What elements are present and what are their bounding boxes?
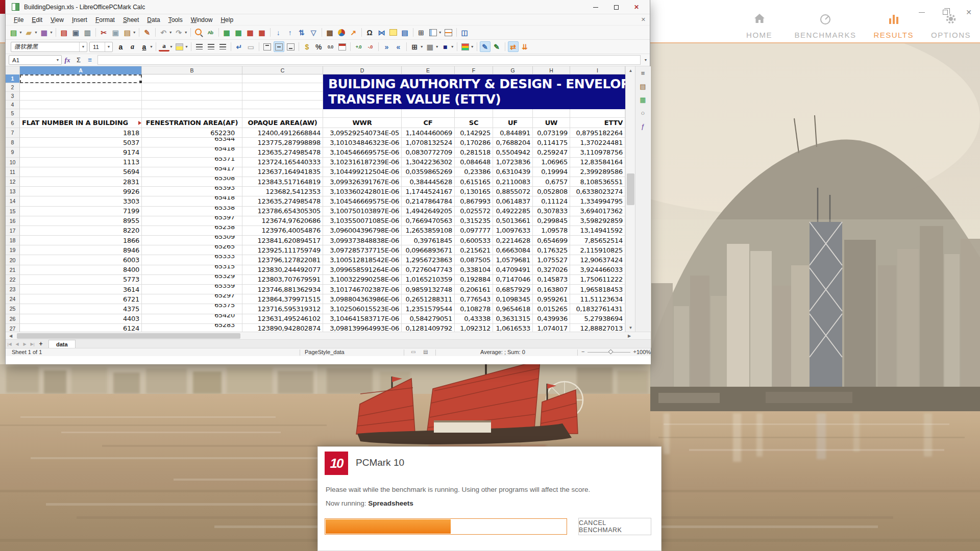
add-decimal-icon[interactable]: +.0 bbox=[353, 41, 364, 52]
column-header-E[interactable]: E bbox=[402, 66, 455, 74]
cell[interactable]: 6003 bbox=[20, 255, 142, 265]
cell[interactable]: 123976,40054876 bbox=[242, 226, 323, 236]
delete-row-icon[interactable]: ▦ bbox=[245, 27, 256, 38]
cell[interactable] bbox=[20, 92, 142, 101]
cell[interactable]: 0,2110083 bbox=[493, 177, 533, 187]
freeze-panes-icon[interactable] bbox=[428, 27, 438, 38]
cut-icon[interactable]: ✂ bbox=[99, 27, 109, 38]
cell[interactable]: 4375 bbox=[20, 304, 142, 314]
row-header-4[interactable]: 4 bbox=[6, 101, 20, 109]
cell[interactable]: 0,39761845 bbox=[402, 236, 455, 245]
cell[interactable]: 0,215621 bbox=[455, 245, 493, 255]
cell[interactable]: 0,327026 bbox=[533, 265, 570, 275]
equals-icon[interactable]: = bbox=[84, 55, 95, 65]
cell[interactable]: 8400 bbox=[20, 265, 142, 275]
cell[interactable]: 0,130165 bbox=[455, 187, 493, 196]
cell[interactable]: 0,615165 bbox=[455, 177, 493, 187]
cell[interactable]: 0,959261 bbox=[533, 294, 570, 304]
cell[interactable]: 0,0359865269 bbox=[402, 167, 455, 177]
increase-indent-icon[interactable]: » bbox=[381, 41, 392, 52]
cell[interactable]: 123724,165440333 bbox=[242, 158, 323, 167]
cell[interactable]: 3,098139964993E-06 bbox=[323, 324, 402, 332]
cell[interactable]: 65338 bbox=[142, 207, 242, 216]
cell[interactable]: 12,88827013 bbox=[570, 324, 625, 332]
add-sheet-icon[interactable]: + bbox=[36, 340, 45, 347]
cell[interactable]: 0,176325 bbox=[533, 245, 570, 255]
cell[interactable]: 0,307833 bbox=[533, 207, 570, 216]
header-cell[interactable]: CF bbox=[402, 118, 455, 128]
chevron-down-icon[interactable]: ▼ bbox=[435, 45, 439, 48]
cell[interactable]: 1,3042236302 bbox=[402, 158, 455, 167]
cell[interactable]: 1866 bbox=[20, 236, 142, 245]
row-header-14[interactable]: 14 bbox=[6, 196, 20, 206]
cell[interactable]: 1,0165210359 bbox=[402, 275, 455, 285]
row-header-9[interactable]: 9 bbox=[6, 147, 20, 157]
cell[interactable]: 0,206161 bbox=[455, 285, 493, 294]
cell[interactable]: 0,844891 bbox=[493, 128, 533, 138]
cell[interactable]: 123637,164941835 bbox=[242, 167, 323, 177]
sort-ascending-icon[interactable]: ↓ bbox=[273, 27, 284, 38]
align-center-icon[interactable] bbox=[206, 41, 216, 52]
cell[interactable]: 3,102316187239E-06 bbox=[323, 158, 402, 167]
cell[interactable]: 1,074017 bbox=[533, 324, 570, 332]
scroll-down-icon[interactable]: ▼ bbox=[626, 323, 635, 332]
header-cell[interactable]: ETTV bbox=[570, 118, 625, 128]
column-header-G[interactable]: G bbox=[493, 66, 533, 74]
cell[interactable]: 123631,495246102 bbox=[242, 314, 323, 324]
header-footer-icon[interactable]: ▤ bbox=[400, 27, 410, 38]
close-document-icon[interactable]: ✕ bbox=[641, 16, 646, 23]
cell[interactable]: 12,90637424 bbox=[570, 255, 625, 265]
menu-insert[interactable]: Insert bbox=[68, 15, 91, 24]
expand-formula-icon[interactable]: ▼ bbox=[642, 58, 650, 62]
cell[interactable]: 0,9859132748 bbox=[402, 285, 455, 294]
document-modified-icon[interactable]: ▤ bbox=[423, 349, 428, 355]
cell[interactable] bbox=[142, 101, 242, 109]
cell[interactable]: 8946 bbox=[20, 245, 142, 255]
chevron-down-icon[interactable]: ▼ bbox=[184, 31, 188, 34]
column-header-A[interactable]: A bbox=[20, 66, 142, 74]
cell[interactable] bbox=[142, 83, 242, 92]
sort-descending-icon[interactable]: ↑ bbox=[285, 27, 296, 38]
cell[interactable]: 0,142925 bbox=[455, 128, 493, 138]
align-right-icon[interactable] bbox=[217, 41, 228, 52]
cell[interactable]: 0,9654618 bbox=[493, 304, 533, 314]
cell[interactable]: 0,087505 bbox=[455, 255, 493, 265]
scroll-left-icon[interactable]: ◀ bbox=[7, 332, 15, 340]
cell[interactable]: 0,1098345 bbox=[493, 294, 533, 304]
menu-data[interactable]: Data bbox=[143, 15, 164, 24]
cell[interactable] bbox=[323, 109, 402, 118]
menu-tools[interactable]: Tools bbox=[164, 15, 187, 24]
cell[interactable]: 3,924466033 bbox=[570, 265, 625, 275]
cell[interactable]: 1,0579681 bbox=[493, 255, 533, 265]
cell[interactable]: 1,965818453 bbox=[570, 285, 625, 294]
cell[interactable]: 0,384445628 bbox=[402, 177, 455, 187]
cell[interactable] bbox=[242, 109, 323, 118]
cell[interactable]: 123796,127822081 bbox=[242, 255, 323, 265]
cell[interactable]: 2,399289586 bbox=[570, 167, 625, 177]
delete-decimal-icon[interactable]: -.0 bbox=[365, 41, 376, 52]
new-document-icon[interactable]: ▤ bbox=[8, 27, 19, 38]
row-header-10[interactable]: 10 bbox=[6, 158, 20, 167]
row-header-16[interactable]: 16 bbox=[6, 216, 20, 226]
cell[interactable]: 3303 bbox=[20, 196, 142, 206]
row-header-19[interactable]: 19 bbox=[6, 245, 20, 255]
decrease-indent-icon[interactable]: « bbox=[393, 41, 404, 52]
cell[interactable]: 65283 bbox=[142, 324, 242, 332]
menu-sheet[interactable]: Sheet bbox=[119, 15, 143, 24]
cell[interactable]: 3,100322990258E-06 bbox=[323, 275, 402, 285]
cell[interactable]: 0,867993 bbox=[455, 196, 493, 206]
cell[interactable]: 0,4922285 bbox=[493, 207, 533, 216]
cell[interactable]: 0,7147046 bbox=[493, 275, 533, 285]
cell[interactable]: 0,192884 bbox=[455, 275, 493, 285]
column-header-I[interactable]: I bbox=[570, 66, 625, 74]
row-header-21[interactable]: 21 bbox=[6, 265, 20, 275]
cell[interactable] bbox=[455, 109, 493, 118]
cell[interactable]: 0,315235 bbox=[455, 216, 493, 226]
conditional-formatting-icon[interactable] bbox=[460, 41, 471, 52]
cell[interactable]: 65420 bbox=[142, 314, 242, 324]
column-header-B[interactable]: B bbox=[142, 66, 242, 74]
chevron-down-icon[interactable]: ▼ bbox=[34, 31, 38, 34]
cell[interactable]: 123843,517164819 bbox=[242, 177, 323, 187]
cell[interactable]: 0,600533 bbox=[455, 236, 493, 245]
menu-file[interactable]: File bbox=[10, 15, 28, 24]
